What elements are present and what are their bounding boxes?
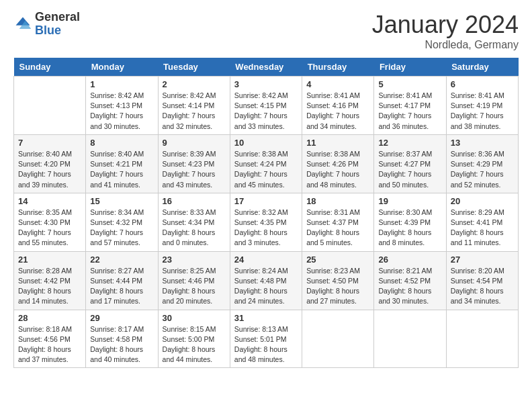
day-number: 5	[378, 79, 441, 89]
day-number: 12	[378, 138, 441, 148]
calendar-week-row: 1Sunrise: 8:42 AMSunset: 4:13 PMDaylight…	[14, 77, 519, 135]
day-info: Sunrise: 8:20 AMSunset: 4:54 PMDaylight:…	[451, 266, 514, 307]
day-info: Sunrise: 8:34 AMSunset: 4:32 PMDaylight:…	[90, 208, 153, 248]
calendar-cell	[374, 310, 446, 368]
day-info: Sunrise: 8:28 AMSunset: 4:42 PMDaylight:…	[18, 266, 81, 307]
column-header-tuesday: Tuesday	[158, 58, 230, 77]
calendar-cell: 5Sunrise: 8:41 AMSunset: 4:17 PMDaylight…	[374, 77, 446, 135]
day-number: 19	[378, 196, 441, 206]
calendar-cell: 12Sunrise: 8:37 AMSunset: 4:27 PMDayligh…	[374, 134, 446, 193]
day-info: Sunrise: 8:23 AMSunset: 4:50 PMDaylight:…	[306, 266, 369, 307]
calendar-cell: 13Sunrise: 8:36 AMSunset: 4:29 PMDayligh…	[446, 134, 518, 193]
day-number: 4	[306, 79, 369, 89]
day-number: 7	[18, 138, 81, 148]
day-info: Sunrise: 8:30 AMSunset: 4:39 PMDaylight:…	[378, 208, 441, 248]
month-title: January 2024	[372, 11, 519, 39]
title-block: January 2024 Nordleda, Germany	[372, 11, 519, 51]
column-header-saturday: Saturday	[446, 58, 518, 77]
calendar-cell: 7Sunrise: 8:40 AMSunset: 4:20 PMDaylight…	[14, 134, 86, 193]
day-number: 3	[234, 79, 298, 89]
day-number: 27	[451, 255, 514, 265]
calendar-cell: 24Sunrise: 8:24 AMSunset: 4:48 PMDayligh…	[230, 251, 302, 310]
day-info: Sunrise: 8:36 AMSunset: 4:29 PMDaylight:…	[451, 149, 514, 190]
day-number: 24	[234, 255, 298, 265]
day-number: 9	[163, 138, 226, 148]
day-number: 15	[90, 196, 153, 206]
calendar-cell: 3Sunrise: 8:42 AMSunset: 4:15 PMDaylight…	[230, 77, 302, 135]
calendar-cell	[14, 77, 86, 135]
day-info: Sunrise: 8:41 AMSunset: 4:16 PMDaylight:…	[306, 91, 369, 132]
day-info: Sunrise: 8:38 AMSunset: 4:26 PMDaylight:…	[306, 149, 369, 190]
day-number: 21	[18, 255, 81, 265]
day-info: Sunrise: 8:27 AMSunset: 4:44 PMDaylight:…	[90, 266, 153, 307]
calendar-cell: 26Sunrise: 8:21 AMSunset: 4:52 PMDayligh…	[374, 251, 446, 310]
day-info: Sunrise: 8:39 AMSunset: 4:23 PMDaylight:…	[163, 149, 226, 190]
day-number: 25	[306, 255, 369, 265]
calendar-cell: 21Sunrise: 8:28 AMSunset: 4:42 PMDayligh…	[14, 251, 86, 310]
calendar-cell: 2Sunrise: 8:42 AMSunset: 4:14 PMDaylight…	[158, 77, 230, 135]
calendar-cell: 1Sunrise: 8:42 AMSunset: 4:13 PMDaylight…	[86, 77, 158, 135]
day-info: Sunrise: 8:21 AMSunset: 4:52 PMDaylight:…	[378, 266, 441, 307]
calendar-header-row: SundayMondayTuesdayWednesdayThursdayFrid…	[14, 58, 519, 77]
day-number: 26	[378, 255, 441, 265]
calendar-cell: 27Sunrise: 8:20 AMSunset: 4:54 PMDayligh…	[446, 251, 518, 310]
logo-blue-text: Blue	[35, 24, 80, 38]
logo-general-text: General	[35, 11, 80, 24]
calendar-cell	[446, 310, 518, 368]
day-info: Sunrise: 8:31 AMSunset: 4:37 PMDaylight:…	[306, 208, 369, 248]
day-number: 29	[90, 313, 153, 323]
day-info: Sunrise: 8:35 AMSunset: 4:30 PMDaylight:…	[18, 208, 81, 248]
calendar-cell: 4Sunrise: 8:41 AMSunset: 4:16 PMDaylight…	[302, 77, 374, 135]
day-info: Sunrise: 8:33 AMSunset: 4:34 PMDaylight:…	[163, 208, 226, 248]
logo: General Blue	[13, 11, 80, 38]
calendar-cell: 18Sunrise: 8:31 AMSunset: 4:37 PMDayligh…	[302, 193, 374, 251]
logo-icon	[13, 15, 32, 34]
day-number: 16	[163, 196, 226, 206]
calendar-cell: 16Sunrise: 8:33 AMSunset: 4:34 PMDayligh…	[158, 193, 230, 251]
calendar-cell: 14Sunrise: 8:35 AMSunset: 4:30 PMDayligh…	[14, 193, 86, 251]
day-number: 2	[163, 79, 226, 89]
day-number: 20	[451, 196, 514, 206]
calendar-week-row: 7Sunrise: 8:40 AMSunset: 4:20 PMDaylight…	[14, 134, 519, 193]
day-info: Sunrise: 8:17 AMSunset: 4:58 PMDaylight:…	[90, 324, 153, 365]
day-number: 1	[90, 79, 153, 89]
column-header-thursday: Thursday	[302, 58, 374, 77]
day-info: Sunrise: 8:42 AMSunset: 4:13 PMDaylight:…	[90, 91, 153, 132]
calendar-cell: 19Sunrise: 8:30 AMSunset: 4:39 PMDayligh…	[374, 193, 446, 251]
calendar-week-row: 14Sunrise: 8:35 AMSunset: 4:30 PMDayligh…	[14, 193, 519, 251]
day-info: Sunrise: 8:32 AMSunset: 4:35 PMDaylight:…	[234, 208, 298, 248]
day-number: 22	[90, 255, 153, 265]
calendar-cell: 9Sunrise: 8:39 AMSunset: 4:23 PMDaylight…	[158, 134, 230, 193]
calendar-cell: 31Sunrise: 8:13 AMSunset: 5:01 PMDayligh…	[230, 310, 302, 368]
day-info: Sunrise: 8:24 AMSunset: 4:48 PMDaylight:…	[234, 266, 298, 307]
day-number: 28	[18, 313, 81, 323]
day-number: 23	[163, 255, 226, 265]
day-number: 17	[234, 196, 298, 206]
calendar-table: SundayMondayTuesdayWednesdayThursdayFrid…	[13, 58, 519, 368]
column-header-wednesday: Wednesday	[230, 58, 302, 77]
day-info: Sunrise: 8:41 AMSunset: 4:19 PMDaylight:…	[451, 91, 514, 132]
day-info: Sunrise: 8:38 AMSunset: 4:24 PMDaylight:…	[234, 149, 298, 190]
column-header-sunday: Sunday	[14, 58, 86, 77]
column-header-monday: Monday	[86, 58, 158, 77]
day-info: Sunrise: 8:25 AMSunset: 4:46 PMDaylight:…	[163, 266, 226, 307]
calendar-cell: 11Sunrise: 8:38 AMSunset: 4:26 PMDayligh…	[302, 134, 374, 193]
day-info: Sunrise: 8:40 AMSunset: 4:20 PMDaylight:…	[18, 149, 81, 190]
calendar-cell: 25Sunrise: 8:23 AMSunset: 4:50 PMDayligh…	[302, 251, 374, 310]
day-number: 13	[451, 138, 514, 148]
calendar-cell: 30Sunrise: 8:15 AMSunset: 5:00 PMDayligh…	[158, 310, 230, 368]
day-info: Sunrise: 8:13 AMSunset: 5:01 PMDaylight:…	[234, 324, 298, 365]
page-header: General Blue January 2024 Nordleda, Germ…	[13, 11, 519, 51]
day-number: 18	[306, 196, 369, 206]
day-number: 14	[18, 196, 81, 206]
calendar-week-row: 28Sunrise: 8:18 AMSunset: 4:56 PMDayligh…	[14, 310, 519, 368]
calendar-cell: 20Sunrise: 8:29 AMSunset: 4:41 PMDayligh…	[446, 193, 518, 251]
calendar-cell: 15Sunrise: 8:34 AMSunset: 4:32 PMDayligh…	[86, 193, 158, 251]
day-info: Sunrise: 8:42 AMSunset: 4:14 PMDaylight:…	[163, 91, 226, 132]
calendar-cell: 17Sunrise: 8:32 AMSunset: 4:35 PMDayligh…	[230, 193, 302, 251]
calendar-cell: 29Sunrise: 8:17 AMSunset: 4:58 PMDayligh…	[86, 310, 158, 368]
location-text: Nordleda, Germany	[372, 39, 519, 51]
calendar-cell: 10Sunrise: 8:38 AMSunset: 4:24 PMDayligh…	[230, 134, 302, 193]
day-info: Sunrise: 8:40 AMSunset: 4:21 PMDaylight:…	[90, 149, 153, 190]
day-info: Sunrise: 8:29 AMSunset: 4:41 PMDaylight:…	[451, 208, 514, 248]
